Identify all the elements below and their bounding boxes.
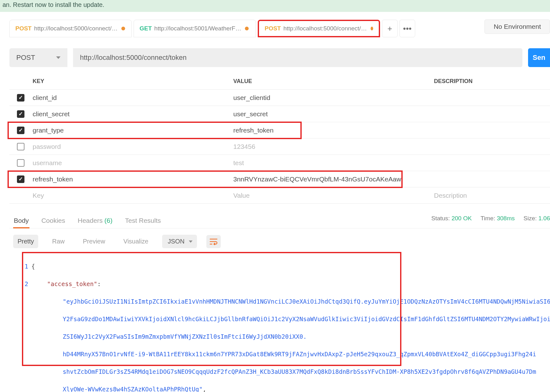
tab-method: POST <box>15 25 32 32</box>
tab-method: POST <box>265 25 281 32</box>
unsaved-dot-icon <box>245 27 249 30</box>
value-cell[interactable]: test <box>229 155 430 170</box>
col-description: DESCRIPTION <box>430 74 550 88</box>
send-button[interactable]: Sen <box>528 48 550 67</box>
tab-3-active[interactable]: POST http://localhost:5000/connect/… <box>258 20 380 37</box>
view-pretty[interactable]: Pretty <box>13 235 38 248</box>
tab-body[interactable]: Body <box>13 213 29 228</box>
col-value: VALUE <box>229 74 430 88</box>
tab-label: http://localhost:5000/connect/… <box>283 25 367 32</box>
key-placeholder[interactable]: Key <box>28 188 229 203</box>
tab-label: http://localhost:5001/WeatherF… <box>154 25 241 32</box>
table-row[interactable]: client_secret user_secret <box>9 106 550 122</box>
checkbox[interactable] <box>17 94 24 102</box>
table-row[interactable]: client_id user_clientid <box>9 90 550 106</box>
checkbox[interactable] <box>17 159 24 167</box>
wrap-lines-button[interactable] <box>206 235 221 248</box>
desc-cell[interactable] <box>430 110 550 118</box>
format-dropdown[interactable]: JSON <box>162 235 197 248</box>
response-json[interactable]: 1{ 2"access_token": "eyJhbGciOiJSUzI1NiI… <box>22 253 550 392</box>
key-cell[interactable]: refresh_token <box>28 172 229 187</box>
tab-1[interactable]: POST http://localhost:5000/connect/… <box>9 20 132 37</box>
size-value: 1.06 <box>538 215 550 222</box>
unsaved-dot-icon <box>121 27 125 30</box>
send-label: Sen <box>533 54 545 62</box>
value-cell[interactable]: user_clientid <box>229 90 430 105</box>
tab-test-results[interactable]: Test Results <box>124 213 161 228</box>
checkbox[interactable] <box>17 143 24 150</box>
desc-cell[interactable] <box>430 143 550 150</box>
tab-label: http://localhost:5000/connect/… <box>34 25 118 32</box>
checkbox[interactable] <box>17 175 24 183</box>
value-cell[interactable]: user_secret <box>229 107 430 122</box>
table-row-grant-type[interactable]: grant_type refresh_token <box>9 122 550 139</box>
tab-cookies[interactable]: Cookies <box>41 213 66 228</box>
desc-cell[interactable] <box>430 159 550 167</box>
response-meta: Status: 200 OK Time: 308ms Size: 1.06 <box>431 215 550 222</box>
view-raw[interactable]: Raw <box>48 235 69 248</box>
table-row-placeholder[interactable]: Key Value Description <box>9 187 550 204</box>
tabs-row: POST http://localhost:5000/connect/… GET… <box>9 20 550 37</box>
caret-down-icon <box>189 240 193 243</box>
status-value: 200 OK <box>452 215 472 222</box>
key-cell[interactable]: grant_type <box>28 123 229 138</box>
ellipsis-icon: ••• <box>403 24 411 34</box>
url-input[interactable]: http://localhost:5000/connect/token <box>73 48 522 67</box>
banner-text: an. Restart now to install the update. <box>3 1 104 8</box>
value-cell[interactable]: 123456 <box>229 139 430 154</box>
table-row[interactable]: username test <box>9 155 550 171</box>
checkbox[interactable] <box>17 110 24 118</box>
wrap-icon <box>209 238 218 245</box>
method-dropdown[interactable]: POST <box>9 48 67 67</box>
key-cell[interactable]: password <box>28 139 229 154</box>
new-tab-button[interactable]: + <box>382 20 398 37</box>
plus-icon: + <box>387 24 392 34</box>
view-preview[interactable]: Preview <box>78 235 109 248</box>
unsaved-dot-icon <box>371 27 373 30</box>
update-banner: an. Restart now to install the update. <box>0 0 550 12</box>
response-controls: Pretty Raw Preview Visualize JSON <box>9 235 550 248</box>
desc-cell[interactable] <box>430 94 550 102</box>
desc-cell[interactable] <box>430 127 550 134</box>
caret-down-icon <box>56 56 61 59</box>
tab-actions-button[interactable]: ••• <box>399 20 415 37</box>
time-value: 308ms <box>497 215 515 222</box>
url-text: http://localhost:5000/connect/token <box>80 54 187 62</box>
key-cell[interactable]: client_secret <box>28 107 229 122</box>
params-header: KEY VALUE DESCRIPTION <box>9 73 550 90</box>
key-cell[interactable]: username <box>28 155 229 170</box>
tab-method: GET <box>140 25 152 32</box>
key-cell[interactable]: client_id <box>28 90 229 105</box>
value-cell[interactable]: 3nnRVYnzawC-biEQCVeVmrQbfLM-43nGsU7ocAKe… <box>229 172 430 187</box>
response-tabs: Body Cookies Headers (6) Test Results St… <box>9 213 550 228</box>
desc-cell[interactable] <box>430 175 550 183</box>
col-key: KEY <box>28 74 229 88</box>
desc-placeholder[interactable]: Description <box>430 188 550 203</box>
method-text: POST <box>16 54 35 62</box>
value-placeholder[interactable]: Value <box>229 188 430 203</box>
table-row-refresh-token[interactable]: refresh_token 3nnRVYnzawC-biEQCVeVmrQbfL… <box>9 171 550 187</box>
checkbox[interactable] <box>17 127 24 134</box>
tab-headers[interactable]: Headers (6) <box>77 213 113 228</box>
view-visualize[interactable]: Visualize <box>119 235 153 248</box>
table-row[interactable]: password 123456 <box>9 139 550 155</box>
request-row: POST http://localhost:5000/connect/token… <box>9 48 550 67</box>
value-cell[interactable]: refresh_token <box>229 123 430 138</box>
params-table: KEY VALUE DESCRIPTION client_id user_cli… <box>9 73 550 204</box>
tab-2[interactable]: GET http://localhost:5001/WeatherF… <box>134 20 256 37</box>
